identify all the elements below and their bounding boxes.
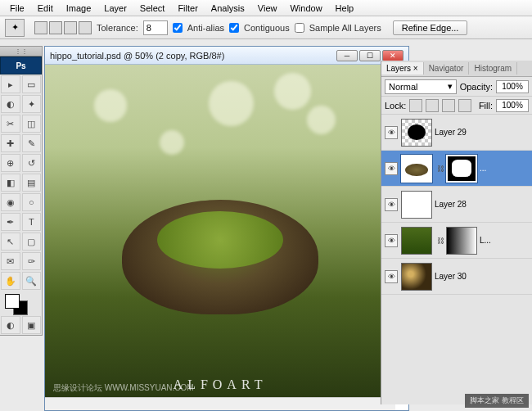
shape-tool-icon[interactable]: ▢ [22,233,42,251]
magic-wand-icon[interactable]: ✦ [5,19,25,37]
menu-bar: File Edit Image Layer Select Filter Anal… [0,0,532,16]
history-brush-icon[interactable]: ↺ [22,154,42,172]
crop-tool-icon[interactable]: ✂ [1,115,20,133]
layer-thumbnail[interactable] [401,119,432,147]
layer-row[interactable]: 👁 ⛓ ... [381,151,532,187]
pen-tool-icon[interactable]: ✒ [1,213,20,231]
lock-pixels-icon[interactable] [426,99,439,112]
layer-name[interactable]: L... [480,236,529,245]
visibility-toggle-icon[interactable]: 👁 [385,270,398,283]
dodge-tool-icon[interactable]: ○ [22,193,42,211]
menu-layer[interactable]: Layer [97,2,133,15]
blend-mode-select[interactable]: Normal ▾ [385,79,457,94]
blend-mode-value: Normal [389,82,417,92]
lock-all-icon[interactable] [458,99,471,112]
foreground-color-swatch[interactable] [5,294,20,309]
type-tool-icon[interactable]: T [22,213,42,231]
selection-subtract-icon[interactable] [64,21,77,34]
sample-all-label: Sample All Layers [309,23,381,33]
move-tool-icon[interactable]: ▸ [1,75,20,93]
layers-list[interactable]: 👁 Layer 29 👁 ⛓ ... 👁 Layer 28 👁 ⛓ [381,115,532,401]
layer-row[interactable]: 👁 Layer 28 [381,187,532,223]
opacity-input[interactable]: 100% [496,80,529,93]
zoom-tool-icon[interactable]: 🔍 [22,272,42,290]
menu-file[interactable]: File [3,2,31,15]
heal-tool-icon[interactable]: ✚ [1,134,20,152]
selection-intersect-icon[interactable] [79,21,92,34]
selection-add-icon[interactable] [49,21,62,34]
layer-mask-thumbnail[interactable] [446,155,477,183]
slice-tool-icon[interactable]: ◫ [22,115,42,133]
visibility-toggle-icon[interactable]: 👁 [385,198,398,211]
marquee-tool-icon[interactable]: ▭ [22,75,42,93]
eyedropper-tool-icon[interactable]: ✑ [22,252,42,270]
maximize-button[interactable]: ☐ [359,50,381,61]
layer-mask-thumbnail[interactable] [446,227,477,255]
layer-thumbnail[interactable] [401,263,432,291]
chevron-down-icon: ▾ [448,81,453,92]
opacity-label: Opacity: [460,82,493,92]
menu-view[interactable]: View [251,2,284,15]
layer-thumbnail[interactable] [401,227,432,255]
photoshop-badge-icon: Ps [0,56,42,75]
layer-name[interactable]: Layer 28 [435,200,529,209]
tab-layers[interactable]: Layers × [381,62,424,75]
gradient-tool-icon[interactable]: ▤ [22,174,42,192]
panels-dock: Layers × Navigator Histogram Normal ▾ Op… [381,61,532,404]
tolerance-input[interactable] [143,20,168,35]
document-title: hippo_tutorial.psd @ 50% (2 copy, RGB/8#… [50,51,224,61]
lock-transparency-icon[interactable] [409,99,422,112]
layer-row[interactable]: 👁 Layer 29 [381,115,532,151]
notes-tool-icon[interactable]: ✉ [1,252,20,270]
visibility-toggle-icon[interactable]: 👁 [385,126,398,139]
layer-name[interactable]: ... [480,164,529,173]
link-icon[interactable]: ⛓ [436,233,444,249]
menu-edit[interactable]: Edit [31,2,60,15]
color-swatches[interactable] [0,291,42,315]
layer-row[interactable]: 👁 Layer 30 [381,259,532,295]
menu-select[interactable]: Select [133,2,172,15]
fill-input[interactable]: 100% [496,99,529,112]
canvas[interactable]: 思缘设计论坛 WWW.MISSYUAN.COM ALFOART [45,65,395,397]
sample-all-checkbox[interactable] [295,23,304,33]
contiguous-checkbox[interactable] [229,23,239,33]
layer-name[interactable]: Layer 30 [435,272,529,281]
menu-analysis[interactable]: Analysis [205,2,251,15]
layer-thumbnail[interactable] [401,155,432,183]
document-titlebar[interactable]: hippo_tutorial.psd @ 50% (2 copy, RGB/8#… [45,47,408,65]
tab-histogram[interactable]: Histogram [469,62,517,75]
stamp-tool-icon[interactable]: ⊕ [1,154,20,172]
menu-image[interactable]: Image [60,2,98,15]
tab-navigator[interactable]: Navigator [424,62,470,75]
minimize-button[interactable]: ─ [336,50,358,61]
screenmode-icon[interactable]: ▣ [22,316,42,334]
quickmask-icon[interactable]: ◐ [1,316,20,334]
layer-row[interactable]: 👁 ⛓ L... [381,223,532,259]
visibility-toggle-icon[interactable]: 👁 [385,234,398,247]
layer-thumbnail[interactable] [401,191,432,219]
menu-help[interactable]: Help [329,2,361,15]
link-icon[interactable]: ⛓ [436,160,444,177]
layer-name[interactable]: Layer 29 [435,128,529,137]
path-tool-icon[interactable]: ↖ [1,233,20,251]
lock-position-icon[interactable] [442,99,455,112]
wand-tool-icon[interactable]: ✦ [22,95,42,113]
contiguous-label: Contiguous [244,23,290,33]
fill-label: Fill: [479,101,493,111]
brush-tool-icon[interactable]: ✎ [22,134,42,152]
eraser-tool-icon[interactable]: ◧ [1,174,20,192]
toolbox-grip[interactable]: ⋮⋮ [0,47,42,56]
lasso-tool-icon[interactable]: ◐ [1,95,20,113]
hand-tool-icon[interactable]: ✋ [1,272,20,290]
antialias-checkbox[interactable] [173,23,183,33]
tolerance-label: Tolerance: [97,23,138,33]
close-button[interactable]: ✕ [382,50,404,61]
blur-tool-icon[interactable]: ◉ [1,193,20,211]
refine-edge-button[interactable]: Refine Edge... [393,20,468,35]
visibility-toggle-icon[interactable]: 👁 [385,162,398,175]
watermark: ALFOART [45,377,395,392]
horizontal-scrollbar[interactable] [45,397,395,410]
selection-new-icon[interactable] [34,21,47,34]
menu-window[interactable]: Window [283,2,328,15]
menu-filter[interactable]: Filter [171,2,204,15]
